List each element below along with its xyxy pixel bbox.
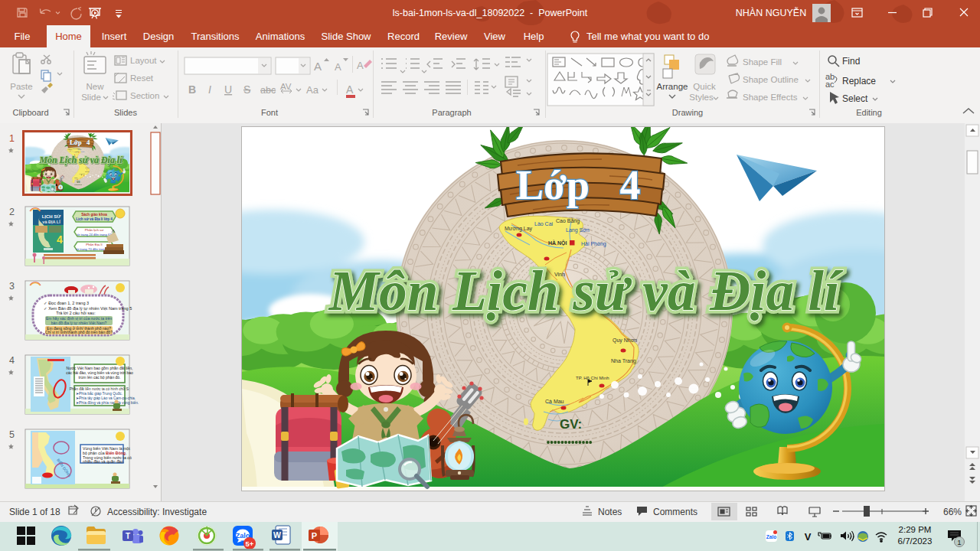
svg-text:ac: ac [825, 80, 835, 89]
svg-text:➤Phía đông và phía nam là vùng: ➤Phía đông và phía nam là vùng biển. [76, 400, 139, 405]
svg-text:Layout: Layout [130, 56, 157, 65]
svg-text:Select: Select [842, 93, 868, 104]
svg-text:Quick: Quick [693, 82, 716, 91]
svg-text:A: A [335, 61, 341, 73]
svg-text:Reset: Reset [130, 73, 154, 83]
svg-text:P: P [312, 531, 317, 540]
svg-text:5: 5 [9, 429, 15, 440]
svg-text:6/7/2023: 6/7/2023 [898, 536, 933, 546]
svg-text:1: 1 [957, 538, 961, 546]
svg-text:Arrange: Arrange [657, 82, 688, 91]
svg-text:➤Phía tây giáp Lào và Cam-pu-c: ➤Phía tây giáp Lào và Cam-pu-chia. [76, 396, 136, 400]
svg-text:4: 4 [57, 233, 63, 246]
svg-text:Paste: Paste [10, 82, 32, 91]
svg-text:Shape Effects: Shape Effects [743, 93, 798, 102]
svg-text:W: W [273, 530, 281, 540]
svg-text:New: New [86, 82, 104, 91]
svg-text:Section: Section [130, 91, 159, 100]
svg-text:Phân Địa lí: Phân Địa lí [86, 243, 103, 246]
svg-text:nhiều đảo và quần đảo.: nhiều đảo và quần đảo. [83, 459, 124, 464]
svg-text:Editing: Editing [856, 108, 882, 117]
svg-text:bản đồ địa lý tự nhiên Việt Na: bản đồ địa lý tự nhiên Việt Nam? [51, 321, 107, 325]
svg-text:Drawing: Drawing [672, 108, 703, 117]
svg-text:và ĐỊA LÍ: và ĐỊA LÍ [42, 219, 60, 224]
svg-text:Shape Outline: Shape Outline [743, 75, 799, 84]
svg-text:V: V [805, 531, 812, 543]
svg-text:S: S [243, 83, 250, 96]
svg-text:➤Phía bắc giáp Trung Quốc.: ➤Phía bắc giáp Trung Quốc. [76, 391, 122, 396]
svg-text:Phân lịch sử: Phân lịch sử [85, 228, 103, 232]
svg-text:ls-bai-1mon-ls-va-dl_18092022: ls-bai-1mon-ls-va-dl_18092022 - PowerPoi… [393, 8, 588, 18]
svg-text:Slide 1 of 18: Slide 1 of 18 [9, 507, 60, 517]
svg-text:I: I [208, 83, 211, 96]
svg-text:abc: abc [260, 85, 276, 96]
svg-text:từ trang 24 đến trang 67: từ trang 24 đến trang 67 [77, 233, 112, 236]
svg-text:1: 1 [9, 133, 15, 144]
svg-text:LỊCH SỬ: LỊCH SỬ [42, 214, 61, 219]
svg-text:Slides: Slides [114, 108, 137, 117]
svg-text:✓ Đọc đoạn 1, 2 trang 3: ✓ Đọc đoạn 1, 2 trang 3 [44, 301, 89, 305]
svg-text:2: 2 [9, 207, 15, 217]
svg-text:NHÀN NGUYỄN: NHÀN NGUYỄN [736, 7, 806, 18]
svg-text:Phần đất liền nước ta có hình: Phần đất liền nước ta có hình chữ S: [70, 387, 130, 391]
svg-text:Sách giáo khoa: Sách giáo khoa [81, 213, 107, 217]
svg-text:T: T [126, 532, 130, 540]
svg-text:Paragraph: Paragraph [432, 108, 471, 117]
svg-text:Comments: Comments [653, 507, 697, 517]
svg-text:Accessibility: Investigate: Accessibility: Investigate [107, 507, 207, 517]
svg-text:Slide: Slide [81, 93, 101, 102]
svg-text:A: A [314, 60, 322, 73]
svg-text:Font: Font [261, 108, 278, 117]
svg-text:A: A [346, 83, 354, 96]
svg-text:66%: 66% [943, 507, 962, 517]
svg-text:Replace: Replace [842, 76, 876, 86]
svg-text:A: A [357, 60, 364, 71]
svg-text:Clipboard: Clipboard [12, 108, 48, 117]
svg-text:B: B [188, 83, 196, 96]
svg-text:Notes: Notes [598, 507, 622, 517]
svg-text:Find: Find [842, 56, 860, 67]
svg-text:Styles: Styles [689, 93, 714, 102]
svg-text:Aa: Aa [306, 84, 319, 96]
svg-text:Lịch sử và Địa lí lớp 4: Lịch sử và Địa lí lớp 4 [76, 217, 113, 221]
svg-text:4: 4 [9, 355, 15, 366]
svg-text:trùm lên các bộ phận đó.: trùm lên các bộ phận đó. [78, 375, 120, 380]
svg-text:Zalo: Zalo [766, 534, 776, 540]
svg-text:2:29 PM: 2:29 PM [899, 525, 932, 534]
svg-text:U: U [224, 83, 232, 96]
svg-text:Shape Fill: Shape Fill [743, 57, 782, 67]
svg-text:3: 3 [9, 281, 15, 292]
svg-text:5+: 5+ [246, 540, 254, 548]
svg-text:Trả lời 2 câu hỏi sau:: Trả lời 2 câu hỏi sau: [56, 311, 96, 315]
svg-text:Chỉ vị trí tỉnh/thành phố đó t: Chỉ vị trí tỉnh/thành phố đó trên bản đồ… [45, 330, 113, 334]
